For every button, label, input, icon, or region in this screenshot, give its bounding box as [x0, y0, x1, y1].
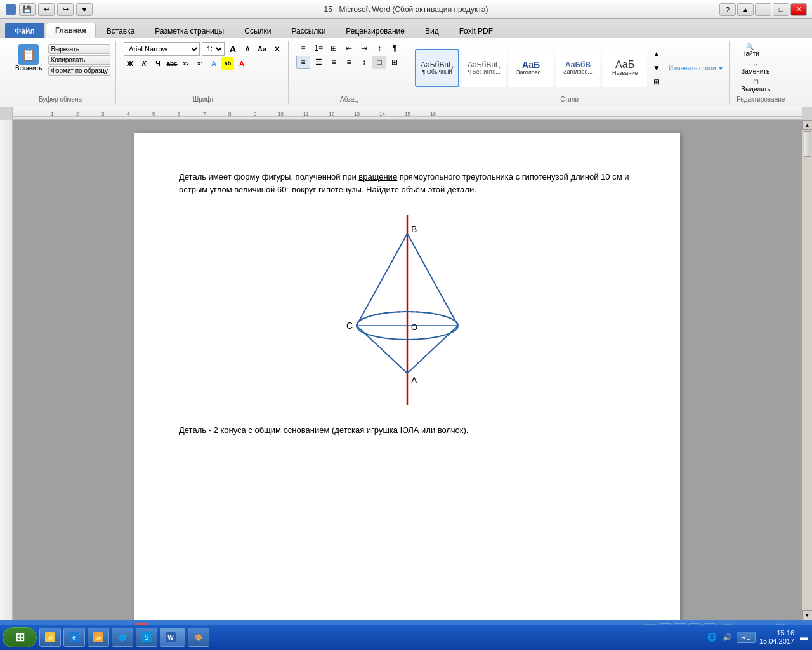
- taskbar-filemanager[interactable]: 📂: [88, 628, 109, 647]
- change-styles-btn[interactable]: Изменить стили ▼: [669, 65, 724, 72]
- select-button[interactable]: ☐ Выделить: [737, 77, 774, 94]
- format-painter-button[interactable]: Формат по образцу: [48, 66, 110, 76]
- language-btn[interactable]: RU: [737, 632, 756, 643]
- style-heading2[interactable]: АаБбВ Заголово...: [556, 49, 600, 87]
- svg-text:14: 14: [379, 111, 385, 117]
- font-name-select[interactable]: Arial Narrow: [124, 42, 200, 56]
- style-title[interactable]: АаБ Название: [603, 49, 647, 87]
- main-layout: 1 2 3 4 5 6 7 8 9 10 11 12 13 14 15 16: [0, 107, 812, 620]
- style-normal[interactable]: АаБбВвГ, ¶ Обычный: [415, 49, 459, 87]
- font-color-btn[interactable]: A: [235, 57, 248, 70]
- show-marks-btn[interactable]: ¶: [388, 42, 402, 55]
- multilevel-btn[interactable]: ⊞: [327, 42, 341, 55]
- help-btn[interactable]: ?: [719, 3, 736, 16]
- para-content: ≡ 1≡ ⊞ ⇤ ⇥ ↕ ¶ ≡ ☰ ≡ ≡ ↕ □ ⊞: [296, 42, 402, 103]
- bullets-btn[interactable]: ≡: [296, 42, 310, 55]
- justify-btn[interactable]: ≡: [342, 56, 356, 69]
- scroll-down-btn[interactable]: ▼: [802, 610, 813, 620]
- close-btn[interactable]: ✕: [790, 3, 807, 16]
- tab-review[interactable]: Рецензирование: [336, 23, 414, 38]
- style-heading1[interactable]: АаБ Заголово...: [509, 49, 553, 87]
- clock-date: 15.04.2017: [759, 637, 794, 646]
- align-right-btn[interactable]: ≡: [327, 56, 341, 69]
- highlight-btn[interactable]: ab: [221, 57, 234, 70]
- borders-btn[interactable]: ⊞: [388, 56, 402, 69]
- cut-button[interactable]: Вырезать: [48, 44, 110, 54]
- scroll-track[interactable]: [804, 130, 811, 610]
- shading-btn[interactable]: □: [372, 56, 386, 69]
- taskbar-explorer[interactable]: 📁: [39, 628, 61, 647]
- italic-btn[interactable]: К: [138, 57, 150, 70]
- taskbar-right: 🌐 🔊 RU 15:16 15.04.2017 ▬: [706, 629, 809, 646]
- font-size-select[interactable]: 12: [202, 42, 225, 56]
- subscript-btn[interactable]: x₂: [180, 57, 192, 70]
- filemanager-icon: 📂: [93, 632, 103, 642]
- minimize-btn[interactable]: ─: [755, 3, 771, 16]
- decrease-indent-btn[interactable]: ⇤: [342, 42, 356, 55]
- change-case-btn[interactable]: Aa: [256, 43, 268, 55]
- maximize-btn[interactable]: □: [773, 3, 789, 16]
- quick-dropdown[interactable]: ▼: [76, 3, 93, 16]
- start-button[interactable]: ⊞: [3, 627, 37, 647]
- align-left-btn[interactable]: ≡: [296, 56, 310, 69]
- explorer-icon: 📁: [45, 632, 55, 642]
- strikethrough-btn[interactable]: abc: [166, 57, 178, 70]
- copy-button[interactable]: Копировать: [48, 55, 110, 65]
- taskbar-paint[interactable]: 🎨: [188, 628, 209, 647]
- label-C: C: [346, 321, 353, 331]
- taskbar-skype[interactable]: S: [136, 628, 157, 647]
- tab-mailings[interactable]: Рассылки: [282, 23, 335, 38]
- styles-down[interactable]: ▼: [650, 62, 664, 74]
- tab-layout[interactable]: Разметка страницы: [145, 23, 233, 38]
- clipboard-secondary: Вырезать Копировать Формат по образцу: [48, 42, 110, 76]
- styles-more[interactable]: ⊞: [650, 76, 664, 88]
- superscript-btn[interactable]: x²: [193, 57, 206, 70]
- paragraph-group: ≡ 1≡ ⊞ ⇤ ⇥ ↕ ¶ ≡ ☰ ≡ ≡ ↕ □ ⊞ А: [291, 41, 407, 104]
- tab-view[interactable]: Вид: [416, 23, 449, 38]
- sort-btn[interactable]: ↕: [372, 42, 386, 55]
- align-center-btn[interactable]: ☰: [311, 56, 325, 69]
- replace-button[interactable]: ↔ Заменить: [737, 60, 773, 76]
- style-no-spacing[interactable]: АаБбВвГ, ¶ Без инте...: [462, 49, 506, 87]
- styles-label: Стили: [410, 96, 729, 103]
- underline-btn[interactable]: Ч: [152, 57, 164, 70]
- numbering-btn[interactable]: 1≡: [311, 42, 325, 55]
- tray-volume: 🔊: [721, 632, 733, 643]
- style-normal-preview: АаБбВвГ,: [421, 61, 454, 69]
- find-button[interactable]: 🔍 Найти: [737, 42, 763, 58]
- show-desktop-btn[interactable]: ▬: [798, 632, 809, 643]
- find-icon: 🔍: [746, 43, 754, 50]
- font-shrink-btn[interactable]: A: [241, 43, 254, 55]
- ribbon-toggle[interactable]: ▲: [737, 3, 754, 16]
- taskbar-word[interactable]: W: [160, 628, 185, 647]
- svg-text:16: 16: [430, 111, 436, 117]
- svg-text:15: 15: [405, 111, 410, 117]
- increase-indent-btn[interactable]: ⇥: [357, 42, 371, 55]
- tab-file[interactable]: Файл: [5, 23, 44, 38]
- title-bar-left: 💾 ↩ ↪ ▼: [5, 3, 93, 16]
- tab-references[interactable]: Ссылки: [235, 23, 280, 38]
- font-grow-btn[interactable]: A: [226, 43, 239, 55]
- line-spacing-btn[interactable]: ↕: [357, 56, 371, 69]
- tab-foxit[interactable]: Foxit PDF: [450, 23, 502, 38]
- scroll-up-btn[interactable]: ▲: [802, 120, 813, 130]
- bold-btn[interactable]: Ж: [124, 57, 136, 70]
- quick-save[interactable]: 💾: [19, 3, 36, 16]
- paste-button[interactable]: 📋 Вставить: [10, 42, 47, 74]
- tab-insert[interactable]: Вставка: [97, 23, 145, 38]
- quick-redo[interactable]: ↪: [57, 3, 74, 16]
- page-wrapper[interactable]: Деталь имеет форму фигуры, полученной пр…: [13, 120, 802, 620]
- text-effect-btn[interactable]: A: [207, 57, 220, 70]
- quick-undo[interactable]: ↩: [38, 3, 55, 16]
- svg-text:8: 8: [228, 111, 232, 117]
- styles-up[interactable]: ▲: [650, 48, 664, 60]
- para-row1: ≡ 1≡ ⊞ ⇤ ⇥ ↕ ¶: [296, 42, 402, 55]
- scroll-thumb[interactable]: [804, 131, 811, 157]
- paint-icon: 🎨: [193, 632, 204, 642]
- taskbar-chrome[interactable]: 🌐: [112, 628, 133, 647]
- font-row2: Ж К Ч abc x₂ x² A ab A: [124, 57, 248, 70]
- tab-home[interactable]: Главная: [46, 23, 96, 38]
- taskbar-ie[interactable]: e: [63, 628, 85, 647]
- vertical-scrollbar[interactable]: ▲ ▼: [802, 120, 812, 620]
- clear-format-btn[interactable]: ✕: [270, 43, 283, 55]
